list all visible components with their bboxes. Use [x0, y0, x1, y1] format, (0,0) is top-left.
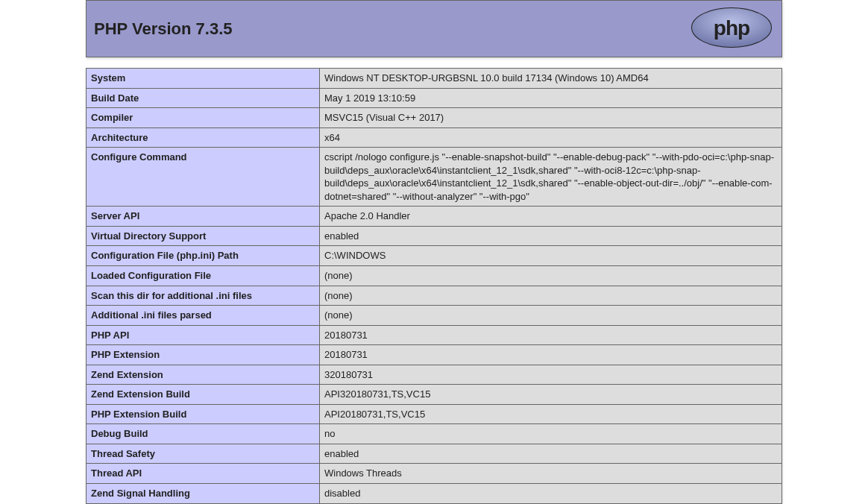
config-label: Architecture: [87, 127, 320, 148]
config-value: May 1 2019 13:10:59: [320, 88, 782, 108]
config-value: Windows NT DESKTOP-URGBSNL 10.0 build 17…: [320, 69, 782, 89]
config-value: enabled: [320, 444, 782, 464]
table-row: Debug Buildno: [87, 424, 782, 444]
table-row: SystemWindows NT DESKTOP-URGBSNL 10.0 bu…: [87, 69, 782, 89]
table-row: Virtual Directory Supportenabled: [87, 226, 782, 246]
config-label: PHP API: [87, 325, 320, 345]
table-row: Loaded Configuration File(none): [87, 266, 782, 286]
phpinfo-header: PHP Version 7.3.5 php: [86, 0, 782, 57]
config-label: PHP Extension Build: [87, 404, 320, 424]
config-label: Loaded Configuration File: [87, 266, 320, 286]
config-value: 20180731: [320, 345, 782, 365]
svg-text:php: php: [714, 16, 749, 40]
config-label: Zend Extension: [87, 365, 320, 385]
config-value: 20180731: [320, 325, 782, 345]
config-value: C:\WINDOWS: [320, 246, 782, 266]
config-value: (none): [320, 266, 782, 286]
config-label: Compiler: [87, 108, 320, 128]
config-value: MSVC15 (Visual C++ 2017): [320, 108, 782, 128]
table-row: Additional .ini files parsed(none): [87, 306, 782, 326]
page-title: PHP Version 7.3.5: [94, 19, 232, 39]
config-label: Configure Command: [87, 148, 320, 207]
config-value: disabled: [320, 484, 782, 504]
config-value: cscript /nologo configure.js "--enable-s…: [320, 148, 782, 207]
config-label: Debug Build: [87, 424, 320, 444]
table-row: Zend Signal Handlingdisabled: [87, 484, 782, 504]
config-value: x64: [320, 127, 782, 148]
config-label: Scan this dir for additional .ini files: [87, 286, 320, 306]
table-row: Thread Safetyenabled: [87, 444, 782, 464]
table-row: Architecturex64: [87, 127, 782, 148]
php-logo-icon: php: [691, 7, 773, 51]
config-value: no: [320, 424, 782, 444]
config-value: enabled: [320, 226, 782, 246]
phpinfo-table: SystemWindows NT DESKTOP-URGBSNL 10.0 bu…: [86, 68, 782, 504]
config-label: Additional .ini files parsed: [87, 306, 320, 326]
config-value: API320180731,TS,VC15: [320, 385, 782, 405]
config-label: Build Date: [87, 88, 320, 108]
table-row: Zend Extension320180731: [87, 365, 782, 385]
config-label: System: [87, 69, 320, 89]
config-value: (none): [320, 306, 782, 326]
table-row: Zend Extension BuildAPI320180731,TS,VC15: [87, 385, 782, 405]
table-row: Configure Commandcscript /nologo configu…: [87, 148, 782, 207]
config-label: Zend Extension Build: [87, 385, 320, 405]
config-value: 320180731: [320, 365, 782, 385]
config-label: PHP Extension: [87, 345, 320, 365]
config-label: Configuration File (php.ini) Path: [87, 246, 320, 266]
table-row: Thread APIWindows Threads: [87, 464, 782, 484]
table-row: PHP Extension BuildAPI20180731,TS,VC15: [87, 404, 782, 424]
table-row: Configuration File (php.ini) PathC:\WIND…: [87, 246, 782, 266]
table-row: Server APIApache 2.0 Handler: [87, 207, 782, 227]
config-value: Apache 2.0 Handler: [320, 207, 782, 227]
table-row: PHP Extension20180731: [87, 345, 782, 365]
table-row: CompilerMSVC15 (Visual C++ 2017): [87, 108, 782, 128]
config-label: Virtual Directory Support: [87, 226, 320, 246]
config-value: (none): [320, 286, 782, 306]
config-label: Thread Safety: [87, 444, 320, 464]
config-label: Thread API: [87, 464, 320, 484]
table-row: Scan this dir for additional .ini files(…: [87, 286, 782, 306]
config-label: Server API: [87, 207, 320, 227]
config-value: API20180731,TS,VC15: [320, 404, 782, 424]
table-row: Build DateMay 1 2019 13:10:59: [87, 88, 782, 108]
table-row: PHP API20180731: [87, 325, 782, 345]
config-label: Zend Signal Handling: [87, 484, 320, 504]
config-value: Windows Threads: [320, 464, 782, 484]
